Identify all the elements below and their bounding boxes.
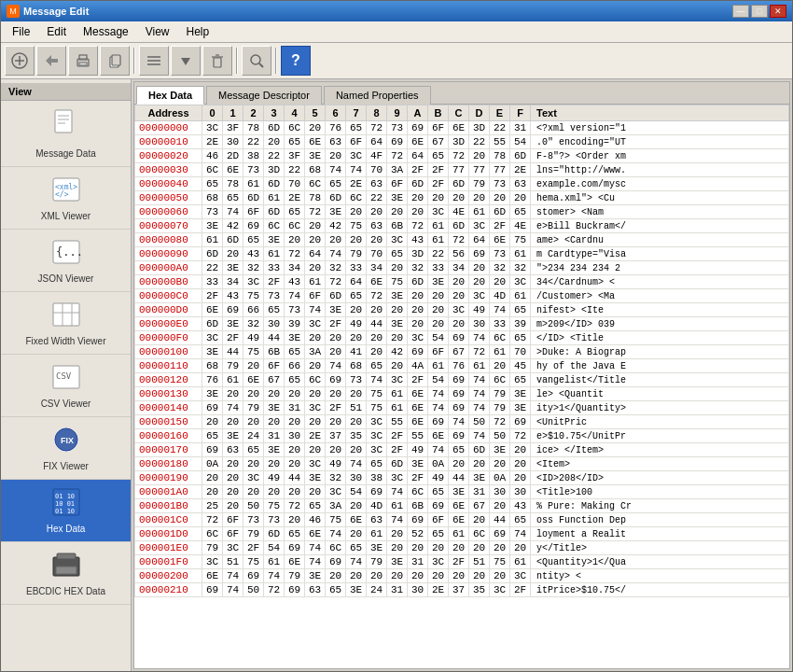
table-row[interactable]: 000001003E44756B653A20412042696F67726170… [135, 345, 789, 359]
addr-cell: 00000110 [135, 359, 202, 373]
hex-cell: 74 [326, 527, 346, 541]
tab-message-descriptor[interactable]: Message Descriptor [206, 86, 322, 105]
maximize-button[interactable]: □ [751, 5, 768, 18]
text-cell: ice> </Item> [531, 443, 789, 457]
copy-button[interactable] [100, 46, 130, 76]
table-row[interactable]: 0000012076616E67656C6973743C2F5469746C65… [135, 373, 789, 387]
table-row[interactable]: 000000F03C2F49443E20202020203C5469746C65… [135, 331, 789, 345]
table-row[interactable]: 000000306C6E733D22687474703A2F2F7777772E… [135, 163, 789, 177]
menu-file[interactable]: File [5, 23, 37, 40]
hex-cell: 32 [243, 317, 264, 331]
table-row[interactable]: 000001706963653E202020203C2F4974656D3E20… [135, 443, 789, 457]
delete-button[interactable] [202, 46, 232, 76]
menu-edit[interactable]: Edit [39, 23, 74, 40]
sidebar-item-xml-viewer[interactable]: <xml></> XML Viewer [1, 167, 131, 230]
ebcdic-label: EBCDIC HEX Data [26, 586, 105, 596]
hex-cell: 61 [428, 219, 449, 233]
sidebar-item-hex-data[interactable]: 01 1010 0101 10 Hex Data [1, 480, 131, 542]
table-row[interactable]: 00000160653E2431302E37353C2F556E69745072… [135, 429, 789, 443]
table-header-row: Address 0 1 2 3 4 5 6 7 8 9 [135, 105, 789, 121]
hex-cell: 2F [408, 471, 428, 485]
table-row[interactable]: 00000210697450726963653E2431302E37353C2F… [135, 583, 789, 597]
hex-cell: 20 [449, 289, 469, 303]
table-row[interactable]: 000001A02020202020203C5469746C653E313030… [135, 485, 789, 499]
hex-cell: 79 [490, 387, 510, 401]
align-button[interactable] [139, 46, 169, 76]
menu-help[interactable]: Help [179, 23, 217, 40]
sidebar-item-message-data[interactable]: Message Data [1, 101, 131, 167]
hex-cell: 3C [346, 149, 367, 163]
hex-cell: 4E [449, 205, 469, 219]
table-row[interactable]: 0000006073746F6D65723E202020203C4E616D65… [135, 205, 789, 219]
sidebar-item-fix-viewer[interactable]: FIX FIX Viewer [1, 417, 131, 480]
table-row[interactable]: 000000406578616D706C652E636F6D2F6D797363… [135, 177, 789, 191]
tab-named-properties[interactable]: Named Properties [324, 86, 431, 105]
hex-cell: 3D [469, 121, 490, 135]
table-row[interactable]: 000001B02520507572653A204D616B696E672043… [135, 499, 789, 513]
hex-cell: 32 [326, 261, 346, 275]
hex-cell: 65 [387, 247, 408, 261]
table-row[interactable]: 000001106879206F6620746865204A6176612045… [135, 359, 789, 373]
sidebar-item-json-viewer[interactable]: {...} JSON Viewer [1, 230, 131, 292]
table-row[interactable]: 000001406974793E313C2F5175616E746974793E… [135, 401, 789, 415]
hex-cell: 20 [367, 303, 387, 317]
table-row[interactable]: 000001D06C6F796D656E742061205265616C6974… [135, 527, 789, 541]
find-button[interactable] [242, 46, 271, 76]
hex-cell: 6C [490, 373, 510, 387]
table-row[interactable]: 0000015020202020202020203C556E6974507269… [135, 415, 789, 429]
addr-cell: 00000000 [135, 121, 202, 135]
table-row[interactable]: 000001800A202020203C4974656D3E0A20202020… [135, 457, 789, 471]
table-row[interactable]: 0000019020203C49443E3230383C2F49443E0A20… [135, 471, 789, 485]
toolbar: ? [1, 43, 792, 79]
hex-cell: 73 [264, 513, 285, 527]
table-row[interactable]: 000000003C3F786D6C2076657273696F6E3D2231… [135, 121, 789, 135]
sidebar-item-csv-viewer[interactable]: CSV CSV Viewer [1, 355, 131, 417]
hex-cell: 50 [469, 415, 490, 429]
table-row[interactable]: 0000005068656D612E786D6C223E202020202020… [135, 191, 789, 205]
hex-cell: 20 [408, 303, 428, 317]
table-row[interactable]: 00000080616D653E20202020203C436172646E75… [135, 233, 789, 247]
close-button[interactable]: ✕ [770, 5, 786, 18]
hex-cell: 3C [469, 219, 490, 233]
hex-cell: 51 [469, 555, 490, 569]
tab-hex-data[interactable]: Hex Data [136, 86, 204, 105]
hex-cell: 52 [408, 527, 428, 541]
back-button[interactable] [36, 46, 66, 76]
table-row[interactable]: 000001303E2020202020202075616E746974793E… [135, 387, 789, 401]
minimize-button[interactable]: — [732, 5, 749, 18]
hex-cell: 2E [305, 429, 326, 443]
table-row[interactable]: 000000703E42696C6C204275636B72616D3C2F4E… [135, 219, 789, 233]
table-row[interactable]: 000001E0793C2F5469746C653E20202020202020… [135, 541, 789, 555]
hex-table-container[interactable]: Address 0 1 2 3 4 5 6 7 8 9 [134, 105, 789, 668]
print-button[interactable] [68, 46, 98, 76]
help-button[interactable]: ? [281, 46, 311, 76]
hex-cell: 20 [469, 275, 490, 289]
hex-cell: 61 [387, 401, 408, 415]
sidebar-item-fixed-width[interactable]: Fixed Width Viewer [1, 292, 131, 355]
table-row[interactable]: 00000020462D38223F3E203C4F7264657220786D… [135, 149, 789, 163]
table-row[interactable]: 000000906D2043617264747970653D2256697361… [135, 247, 789, 261]
hex-cell: 4E [510, 219, 531, 233]
table-row[interactable]: 000000102E302220656E636F64696E673D225554… [135, 135, 789, 149]
table-row[interactable]: 000001C0726F73732046756E6374696F6E204465… [135, 513, 789, 527]
table-row[interactable]: 000001F03C5175616E746974793E313C2F517561… [135, 555, 789, 569]
hex-cell: 3E [264, 233, 285, 247]
hex-cell: 3C [367, 415, 387, 429]
table-row[interactable]: 000002006E746974793E2020202020202020203C… [135, 569, 789, 583]
table-row[interactable]: 000000D06E69666573743E20202020203C497465… [135, 303, 789, 317]
new-button[interactable] [5, 46, 35, 76]
addr-cell: 000000B0 [135, 275, 202, 289]
table-row[interactable]: 000000C02F437573746F6D65723E2020203C4D61… [135, 289, 789, 303]
menu-message[interactable]: Message [76, 23, 136, 40]
hex-cell: 6D [264, 205, 285, 219]
sidebar-item-ebcdic[interactable]: EBCDIC HEX Data [1, 542, 131, 605]
hex-cell: 54 [510, 135, 531, 149]
col-C: C [449, 105, 469, 121]
move-down-button[interactable] [171, 46, 201, 76]
table-row[interactable]: 000000E06D3E3230393C2F49443E202020303339… [135, 317, 789, 331]
table-row[interactable]: 000000A0223E3233342032333420323334203232… [135, 261, 789, 275]
hex-cell: 63 [367, 219, 387, 233]
hex-cell: 20 [223, 457, 243, 471]
table-row[interactable]: 000000B033343C2F436172646E756D3E2020203C… [135, 275, 789, 289]
menu-view[interactable]: View [138, 23, 177, 40]
